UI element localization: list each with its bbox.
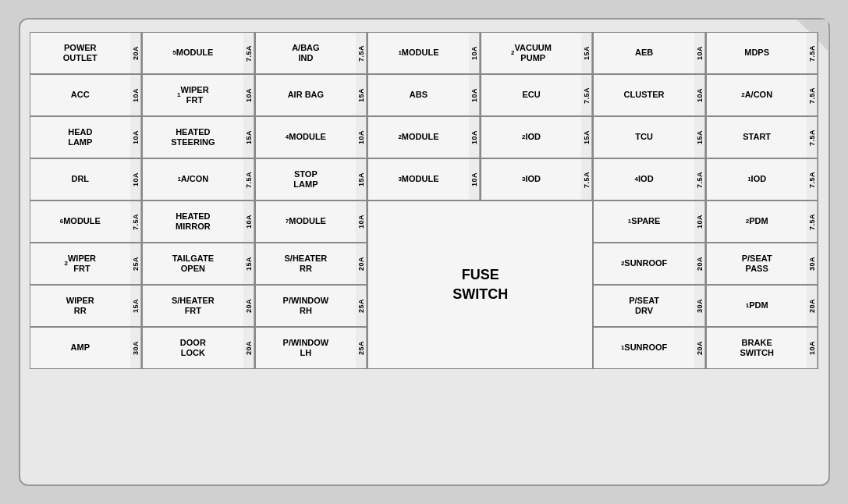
fuse-s-heater-rr: S/HEATERRR 20A <box>255 243 368 285</box>
fuse-head-lamp: HEADLAMP 10A <box>30 116 143 158</box>
fuse-power-outlet: POWEROUTLET 20A <box>30 32 143 74</box>
fuse-1-spare: 1SPARE 10A <box>593 201 706 243</box>
fuse-vacuum-pump: 2VACUUMPUMP 15A <box>481 32 594 74</box>
fuse-brake-switch: BRAKESWITCH 10A <box>706 327 819 369</box>
fuse-mdps: MDPS 7.5A <box>706 32 819 74</box>
fuse-abs: ABS 10A <box>367 74 481 116</box>
fuse-4-iod: 4IOD 7.5A <box>593 158 706 201</box>
fuse-right-cols: 1SPARE 10A 2PDM 7.5A 2SUNROOF 20A P/SEAT… <box>593 201 818 369</box>
fuse-box: CLUSTER 2 POWEROUTLET 20A 5MODULE 7.5A A… <box>19 18 830 486</box>
fuse-row-1: POWEROUTLET 20A 5MODULE 7.5A A/BAGIND 7.… <box>30 32 819 74</box>
fuse-2-iod: 2IOD 15A <box>481 116 594 158</box>
fuse-row-4: DRL 10A 1A/CON 7.5A STOPLAMP 15A 3MODULE… <box>30 158 819 201</box>
fuse-6-module: 6MODULE 7.5A <box>30 201 143 243</box>
fuse-1-wiper-frt: 1WIPERFRT 10A <box>142 74 255 116</box>
fuse-row-2: ACC 10A 1WIPERFRT 10A AIR BAG 15A ABS 10… <box>30 74 819 116</box>
fuse-lower-section: 6MODULE 7.5A HEATEDMIRROR 10A 7MODULE 10… <box>30 201 819 369</box>
fuse-p-seat-pass: P/SEATPASS 30A <box>706 243 819 285</box>
fuse-2-pdm: 2PDM 7.5A <box>706 201 819 243</box>
fuse-2-acon: 2A/CON 7.5A <box>706 74 819 116</box>
fuse-cluster: CLUSTER 10A <box>593 74 706 116</box>
fuse-2-wiper-frt: 2WIPERFRT 25A <box>30 243 143 285</box>
fuse-5-module: 5MODULE 7.5A <box>142 32 255 74</box>
fuse-left-cols: 6MODULE 7.5A HEATEDMIRROR 10A 7MODULE 10… <box>30 201 368 369</box>
fuse-aeb: AEB 10A <box>593 32 706 74</box>
fuse-ecu: ECU 7.5A <box>481 74 594 116</box>
fuse-1-acon: 1A/CON 7.5A <box>142 158 255 201</box>
fuse-stop-lamp: STOPLAMP 15A <box>255 158 368 201</box>
fuse-door-lock: DOORLOCK 20A <box>142 327 255 369</box>
fuse-wiper-rr: WIPERRR 15A <box>30 285 143 327</box>
fuse-row-3: HEADLAMP 10A HEATEDSTEERING 15A 4MODULE … <box>30 116 819 158</box>
fuse-heated-steering: HEATEDSTEERING 15A <box>142 116 255 158</box>
fuse-tcu: TCU 15A <box>593 116 706 158</box>
fuse-2-module: 2MODULE 10A <box>367 116 481 158</box>
fuse-2-sunroof: 2SUNROOF 20A <box>593 243 706 285</box>
fuse-3-iod: 3IOD 7.5A <box>481 158 594 201</box>
fuse-1-sunroof: 1SUNROOF 20A <box>593 327 706 369</box>
fuse-p-seat-drv: P/SEATDRV 30A <box>593 285 706 327</box>
fuse-acc: ACC 10A <box>30 74 143 116</box>
fuse-p-window-lh: P/WINDOWLH 25A <box>255 327 368 369</box>
fuse-4-module: 4MODULE 10A <box>255 116 368 158</box>
fuse-heated-mirror: HEATEDMIRROR 10A <box>142 201 255 243</box>
fuse-abag-ind: A/BAGIND 7.5A <box>255 32 368 74</box>
fuse-start: START 7.5A <box>706 116 819 158</box>
fuse-1-iod: 1IOD 7.5A <box>706 158 819 201</box>
fuse-air-bag: AIR BAG 15A <box>255 74 368 116</box>
fuse-7-module: 7MODULE 10A <box>255 201 368 243</box>
fuse-3-module: 3MODULE 10A <box>367 158 481 201</box>
fuse-1-module: 1MODULE 10A <box>367 32 481 74</box>
fuse-1-pdm: 1PDM 20A <box>706 285 819 327</box>
fuse-amp: AMP 30A <box>30 327 143 369</box>
fuse-drl: DRL 10A <box>30 158 143 201</box>
fuse-tailgate-open: TAILGATEOPEN 15A <box>142 243 255 285</box>
fuse-s-heater-frt: S/HEATERFRT 20A <box>142 285 255 327</box>
fuse-p-window-rh: P/WINDOWRH 25A <box>255 285 368 327</box>
fuse-switch: FUSE SWITCH <box>367 201 593 369</box>
